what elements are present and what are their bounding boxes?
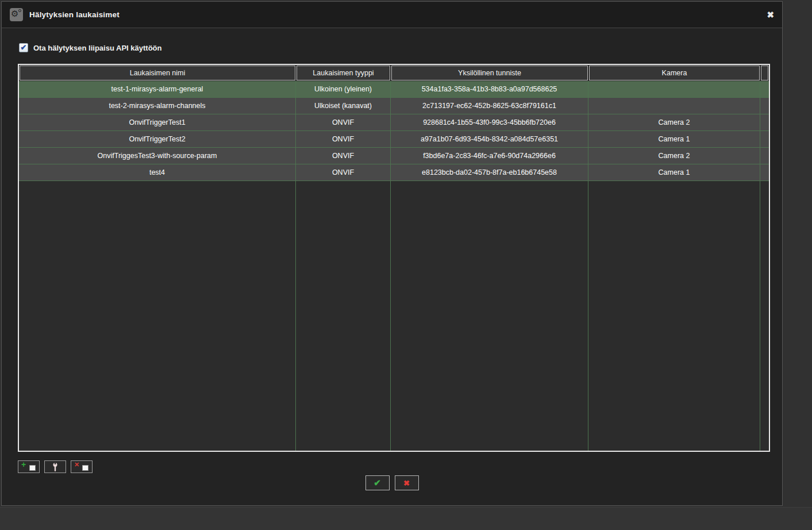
cell-unique-id: a97a1b07-6d93-454b-8342-a084d57e6351	[391, 131, 588, 147]
cell-trigger-name: OnvifTriggerTest1	[19, 114, 296, 130]
cell-filler	[760, 164, 769, 180]
table-body: test-1-mirasys-alarm-generalUlkoinen (yl…	[19, 81, 769, 181]
api-enable-label: Ota hälytyksen liipaisu API käyttöön	[33, 44, 161, 52]
cell-camera	[588, 81, 760, 97]
bottom-strip	[0, 507, 812, 530]
dialog-title: Hälytyksien laukaisimet	[29, 10, 120, 19]
item-square-icon	[82, 465, 88, 471]
column-header-trigger-type[interactable]: Laukaisimen tyyppi	[297, 66, 390, 80]
cell-unique-id: 2c713197-ec62-452b-8625-63c8f79161c1	[391, 98, 588, 114]
cell-trigger-type: ONVIF	[296, 148, 391, 164]
cell-trigger-name: test-2-mirasys-alarm-channels	[19, 98, 296, 114]
table-row[interactable]: OnvifTriggerTest2ONVIFa97a1b07-6d93-454b…	[19, 131, 769, 148]
alarm-triggers-dialog: ⚙ Hälytyksien laukaisimet ✖ ✔ Ota hälyty…	[1, 1, 783, 506]
item-square-icon	[29, 465, 36, 471]
cell-unique-id: 928681c4-1b55-43f0-99c3-45bb6fb720e6	[391, 114, 588, 130]
dialog-title-bar[interactable]: ⚙ Hälytyksien laukaisimet ✖	[2, 2, 782, 28]
cell-camera: Camera 1	[588, 131, 760, 147]
cell-camera: Camera 2	[588, 114, 760, 130]
cell-camera: Camera 1	[588, 164, 760, 180]
cell-filler	[760, 114, 769, 130]
cell-trigger-type: ONVIF	[296, 164, 391, 180]
cell-camera	[588, 98, 760, 114]
edit-trigger-button[interactable]	[44, 460, 66, 473]
table-empty-area	[19, 181, 769, 451]
table-row[interactable]: test4ONVIFe8123bcb-da02-457b-8f7a-eb16b6…	[19, 164, 769, 181]
cell-filler	[760, 148, 769, 164]
cell-trigger-type: ONVIF	[296, 114, 391, 130]
add-trigger-button[interactable]: +	[18, 460, 40, 473]
cell-unique-id: f3bd6e7a-2c83-46fc-a7e6-90d74a2966e6	[391, 148, 588, 164]
x-icon: ✖	[403, 479, 410, 487]
table-row[interactable]: test-2-mirasys-alarm-channelsUlkoiset (k…	[19, 98, 769, 114]
table-header-row: Laukaisimen nimi Laukaisimen tyyppi Yksi…	[19, 65, 769, 81]
column-header-camera[interactable]: Kamera	[589, 66, 760, 80]
cancel-button[interactable]: ✖	[395, 475, 419, 490]
cell-trigger-type: Ulkoinen (yleinen)	[296, 81, 391, 97]
close-icon[interactable]: ✖	[767, 10, 774, 19]
table-row[interactable]: OnvifTriggerTest1ONVIF928681c4-1b55-43f0…	[19, 114, 769, 131]
cell-trigger-name: test4	[19, 164, 296, 180]
cell-filler	[760, 81, 769, 97]
cell-trigger-name: OnvifTriggesTest3-with-source-param	[19, 148, 296, 164]
wrench-icon	[51, 462, 59, 472]
screen-background: ⚙ Hälytyksien laukaisimet ✖ ✔ Ota hälyty…	[0, 0, 812, 530]
table-row[interactable]: test-1-mirasys-alarm-generalUlkoinen (yl…	[19, 81, 769, 98]
table-row[interactable]: OnvifTriggesTest3-with-source-paramONVIF…	[19, 148, 769, 164]
trigger-toolbar: + ✕	[18, 460, 93, 473]
dialog-buttons: ✔ ✖	[2, 475, 782, 490]
triggers-table: Laukaisimen nimi Laukaisimen tyyppi Yksi…	[18, 64, 770, 452]
column-header-filler	[761, 66, 768, 80]
ok-button[interactable]: ✔	[365, 475, 390, 490]
delete-x-icon: ✕	[74, 462, 79, 468]
cell-trigger-type: Ulkoiset (kanavat)	[296, 98, 391, 114]
column-header-unique-id[interactable]: Yksilöllinen tunniste	[391, 66, 588, 80]
cell-camera: Camera 2	[588, 148, 760, 164]
cell-trigger-name: OnvifTriggerTest2	[19, 131, 296, 147]
delete-trigger-button[interactable]: ✕	[71, 460, 93, 473]
cell-unique-id: e8123bcb-da02-457b-8f7a-eb16b6745e58	[391, 164, 588, 180]
cell-filler	[760, 131, 769, 147]
check-icon: ✔	[374, 478, 381, 488]
plus-icon: +	[21, 460, 26, 468]
cell-trigger-name: test-1-mirasys-alarm-general	[19, 81, 296, 97]
column-header-trigger-name[interactable]: Laukaisimen nimi	[20, 66, 295, 80]
gears-icon: ⚙	[10, 8, 23, 21]
cell-unique-id: 534a1fa3-358a-41b3-8b83-a0a97d568625	[391, 81, 588, 97]
api-enable-checkbox[interactable]: ✔	[19, 43, 28, 52]
cell-filler	[760, 98, 769, 114]
cell-trigger-type: ONVIF	[296, 131, 391, 147]
api-enable-row: ✔ Ota hälytyksen liipaisu API käyttöön	[19, 43, 161, 52]
